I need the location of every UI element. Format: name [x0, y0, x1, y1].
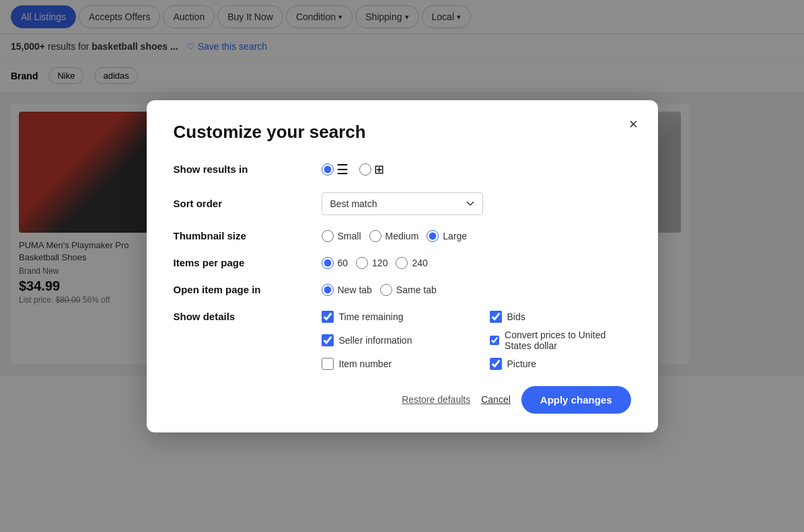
- view-toggle[interactable]: ☰: [322, 161, 349, 178]
- gallery-view-toggle[interactable]: ⊞: [359, 162, 384, 177]
- show-results-row: Show results in ☰ ⊞: [174, 161, 631, 178]
- list-view-radio[interactable]: [322, 163, 334, 176]
- apply-changes-button[interactable]: Apply changes: [521, 386, 631, 414]
- thumbnail-small-radio[interactable]: [322, 230, 334, 242]
- same-tab-radio[interactable]: [380, 284, 392, 296]
- gallery-view-radio[interactable]: [359, 163, 371, 176]
- bids-checkbox[interactable]: [490, 311, 502, 323]
- same-tab-option[interactable]: Same tab: [380, 284, 437, 296]
- items-120-option[interactable]: 120: [356, 257, 388, 269]
- thumbnail-large-option[interactable]: Large: [427, 230, 467, 242]
- sort-order-select[interactable]: Best match Time: ending soonest Time: ne…: [322, 192, 483, 215]
- time-remaining-option[interactable]: Time remaining: [322, 311, 463, 323]
- item-number-checkbox[interactable]: [322, 358, 334, 370]
- sort-order-row: Sort order Best match Time: ending soone…: [174, 192, 631, 215]
- modal-title: Customize your search: [174, 122, 631, 143]
- new-tab-option[interactable]: New tab: [322, 284, 372, 296]
- thumbnail-size-row: Thumbnail size Small Medium Large: [174, 230, 631, 242]
- background-page: All Listings Accepts Offers Auction Buy …: [0, 0, 804, 532]
- seller-info-checkbox[interactable]: [322, 334, 334, 346]
- thumbnail-large-radio[interactable]: [427, 230, 439, 242]
- picture-option[interactable]: Picture: [490, 358, 631, 370]
- modal-overlay[interactable]: Customize your search × Show results in …: [0, 0, 804, 532]
- items-240-option[interactable]: 240: [396, 257, 427, 269]
- new-tab-radio[interactable]: [322, 284, 334, 296]
- convert-prices-checkbox[interactable]: [490, 334, 500, 346]
- customize-search-modal: Customize your search × Show results in …: [147, 100, 658, 432]
- open-item-page-row: Open item page in New tab Same tab: [174, 284, 631, 296]
- items-60-option[interactable]: 60: [322, 257, 349, 269]
- items-240-radio[interactable]: [396, 257, 408, 269]
- items-120-radio[interactable]: [356, 257, 368, 269]
- picture-checkbox[interactable]: [490, 358, 502, 370]
- thumbnail-small-option[interactable]: Small: [322, 230, 361, 242]
- show-details-row: Show details Time remaining Bids Seller …: [174, 311, 631, 370]
- cancel-button[interactable]: Cancel: [481, 394, 511, 405]
- items-60-radio[interactable]: [322, 257, 334, 269]
- thumbnail-medium-option[interactable]: Medium: [369, 230, 419, 242]
- convert-prices-option[interactable]: Convert prices to United States dollar: [490, 330, 631, 351]
- thumbnail-medium-radio[interactable]: [369, 230, 381, 242]
- time-remaining-checkbox[interactable]: [322, 311, 334, 323]
- seller-info-option[interactable]: Seller information: [322, 330, 463, 351]
- gallery-view-icon: ⊞: [374, 162, 384, 177]
- close-button[interactable]: ×: [622, 112, 646, 137]
- modal-footer: Restore defaults Cancel Apply changes: [174, 386, 631, 414]
- restore-defaults-button[interactable]: Restore defaults: [402, 394, 470, 405]
- list-view-icon: ☰: [336, 161, 349, 178]
- item-number-option[interactable]: Item number: [322, 358, 463, 370]
- items-per-page-row: Items per page 60 120 240: [174, 257, 631, 269]
- bids-option[interactable]: Bids: [490, 311, 631, 323]
